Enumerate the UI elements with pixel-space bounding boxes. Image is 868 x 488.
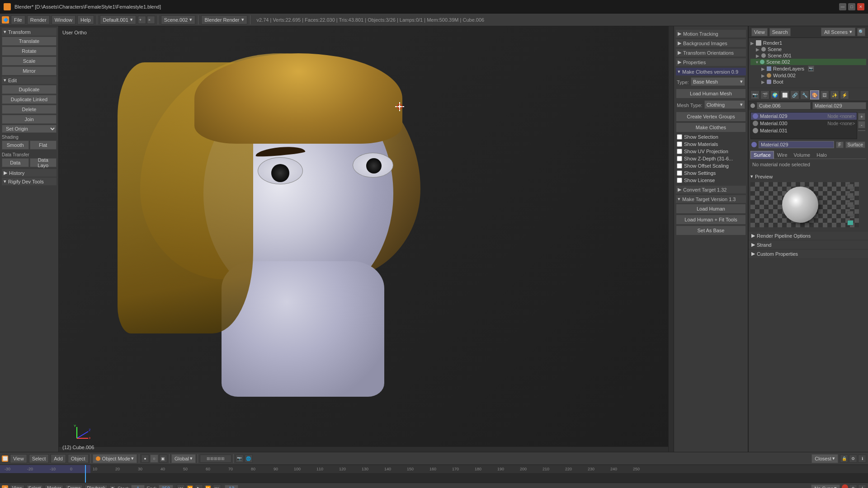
world002-item[interactable]: ▶ World.002: [750, 72, 866, 79]
show-offset-scaling-checkbox[interactable]: [677, 163, 682, 169]
show-materials-checkbox[interactable]: [677, 141, 682, 147]
view-menu-bt[interactable]: View: [10, 454, 27, 463]
join-button[interactable]: Join: [2, 115, 57, 124]
mat-add-button[interactable]: +: [858, 113, 865, 120]
solid-mode-icon[interactable]: ●: [141, 455, 149, 463]
load-human-fit-button[interactable]: Load Human + Fit Tools: [676, 215, 746, 225]
scale-button[interactable]: Scale: [2, 56, 57, 66]
tl-select-btn[interactable]: Select: [26, 485, 43, 488]
mirror-button[interactable]: Mirror: [2, 66, 57, 75]
tl-marker-btn[interactable]: Marker: [45, 485, 63, 488]
material-row-030[interactable]: Material.030 Node <none>: [751, 120, 857, 127]
tl-frame-btn[interactable]: Frame: [65, 485, 83, 488]
edit-section-header[interactable]: ▾ Edit: [2, 76, 57, 84]
duplicate-button[interactable]: Duplicate: [2, 85, 57, 94]
lock-icon[interactable]: 🔒: [840, 455, 848, 463]
preview-section-header[interactable]: ▾ Preview: [750, 173, 866, 180]
info-icon[interactable]: ℹ: [858, 455, 866, 463]
show-uv-projection-checkbox[interactable]: [677, 149, 682, 154]
select-menu-bt[interactable]: Select: [29, 454, 49, 463]
3d-viewport[interactable]: User Ortho Z X Y (12) Cube.006: [59, 26, 674, 452]
tl-info-icon[interactable]: ℹ: [858, 484, 866, 488]
set-as-base-button[interactable]: Set As Base: [676, 225, 746, 235]
rotate-button[interactable]: Rotate: [2, 47, 57, 56]
mat-data-button[interactable]: Surface: [845, 141, 865, 148]
strip-item-2[interactable]: [847, 193, 854, 198]
tab-wire[interactable]: Wire: [774, 151, 791, 159]
jump-end-btn[interactable]: ⏭: [213, 484, 221, 488]
close-button[interactable]: ✕: [857, 3, 864, 10]
mat-f-button[interactable]: F: [836, 141, 843, 148]
strand-header[interactable]: ▶ Strand: [749, 240, 868, 249]
strip-item-4[interactable]: [847, 211, 854, 216]
settings-icon[interactable]: ⚙: [849, 455, 857, 463]
render-menu[interactable]: Render: [27, 15, 50, 24]
load-human-mesh-button[interactable]: Load Human Mesh: [676, 89, 746, 99]
delete-button[interactable]: Delete: [2, 105, 57, 114]
viewport-scroll-bottom[interactable]: [59, 446, 668, 452]
screen-remove-button[interactable]: ×: [147, 16, 155, 24]
show-license-checkbox[interactable]: [677, 178, 682, 183]
camera-icon[interactable]: 📷: [808, 66, 814, 72]
camera-view-icon[interactable]: 📷: [236, 455, 244, 463]
translate-button[interactable]: Translate: [2, 37, 57, 46]
window-menu[interactable]: Window: [52, 15, 75, 24]
tl-settings-icon[interactable]: ⚙: [849, 484, 857, 488]
start-value[interactable]: 1: [131, 485, 145, 488]
scene001-item[interactable]: ▶ Scene.001: [750, 52, 866, 59]
background-images-section[interactable]: ▶ Background Images: [676, 39, 746, 47]
timeline[interactable]: -30 -20 -10 0 10 20 30 40 50 60 70 80 90…: [0, 465, 868, 483]
strip-item-1[interactable]: [847, 184, 854, 189]
help-menu[interactable]: Help: [77, 15, 94, 24]
file-menu[interactable]: File: [11, 15, 25, 24]
active-material-field[interactable]: Material.029: [759, 141, 834, 148]
custom-props-header[interactable]: ▶ Custom Properties: [749, 249, 868, 258]
modifiers-icon[interactable]: 🔧: [800, 90, 809, 99]
step-fwd-btn[interactable]: ⏩: [204, 484, 212, 488]
strip-item-3[interactable]: [847, 202, 854, 207]
load-human-button[interactable]: Load Human: [676, 204, 746, 214]
add-menu-bt[interactable]: Add: [51, 454, 66, 463]
render-props-icon[interactable]: 📷: [750, 90, 760, 99]
tab-volume[interactable]: Volume: [791, 151, 814, 159]
global-dropdown[interactable]: Global ▾: [171, 454, 196, 463]
object-menu-bt[interactable]: Object: [68, 454, 89, 463]
jump-start-btn[interactable]: ⏮: [177, 484, 185, 488]
mat-remove-button[interactable]: -: [858, 121, 865, 128]
timeline-playhead[interactable]: [85, 465, 86, 483]
end-value[interactable]: 250: [159, 485, 173, 488]
constraints-icon[interactable]: 🔗: [790, 90, 799, 99]
data-layo-button[interactable]: Data Layo: [30, 158, 57, 167]
closest-dropdown[interactable]: Closest ▾: [811, 454, 838, 463]
tab-surface[interactable]: Surface: [750, 151, 774, 159]
convert-target-section[interactable]: ▶ Convert Target 1.32: [676, 186, 746, 193]
maximize-button[interactable]: □: [848, 3, 855, 10]
globe-icon[interactable]: 🌐: [245, 455, 253, 463]
play-btn[interactable]: ▶: [195, 484, 203, 488]
screen-add-button[interactable]: +: [138, 16, 146, 24]
rigify-section-header[interactable]: ▾ Rigify Dev Tools: [2, 178, 57, 185]
tl-playback-btn[interactable]: Playback: [85, 485, 108, 488]
scene-props-icon[interactable]: 🎬: [760, 90, 769, 99]
properties-section[interactable]: ▶ Properties: [676, 58, 746, 66]
type-dropdown[interactable]: Base Mesh ▾: [691, 77, 745, 86]
timeline-editor-icon[interactable]: ⏱: [2, 485, 8, 488]
wire-mode-icon[interactable]: ○: [150, 455, 158, 463]
object-props-icon[interactable]: ⬜: [780, 90, 789, 99]
show-z-depth-checkbox[interactable]: [677, 156, 682, 161]
flat-button[interactable]: Flat: [30, 141, 57, 150]
render1-item[interactable]: ▶ Render1: [750, 40, 866, 46]
layout-dropdown[interactable]: Default.001 ▾: [100, 15, 136, 24]
play-checkbox-icon[interactable]: ⏺: [109, 485, 116, 488]
duplicate-linked-button[interactable]: Duplicate Linked: [2, 95, 57, 104]
transform-section-header[interactable]: ▾ Transform: [2, 28, 57, 36]
show-settings-checkbox[interactable]: [677, 170, 682, 176]
step-back-btn[interactable]: ⏪: [186, 484, 194, 488]
physics-icon[interactable]: ⚡: [840, 90, 849, 99]
boot-item[interactable]: ▶ Boot: [750, 79, 866, 85]
blender-logo-icon[interactable]: 🔷: [2, 16, 9, 23]
history-section-header[interactable]: ▶ History: [2, 169, 57, 177]
minimize-button[interactable]: —: [839, 3, 846, 10]
make-clothes-section[interactable]: ▾ Make Clothes version 0.9: [676, 68, 746, 75]
data-button[interactable]: Data: [2, 158, 29, 167]
